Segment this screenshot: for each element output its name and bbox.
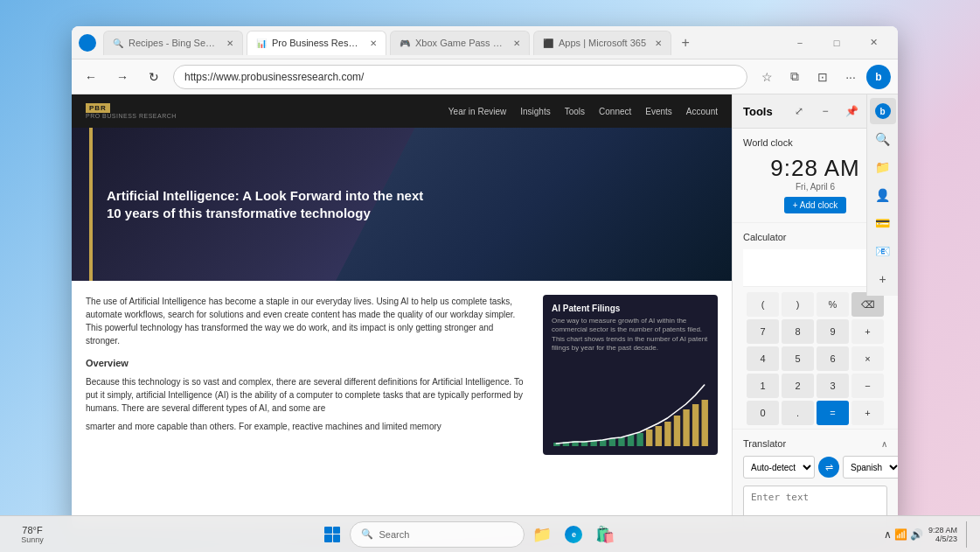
bing-chat-icon[interactable]: b <box>866 65 891 89</box>
title-bar: 🔍 Recipes - Bing Search ✕ 📊 Pro Business… <box>72 26 898 59</box>
taskbar: 78°F Sunny 🔍 Search 📁 e 🛍️ ∧ 📶 🔊 9: <box>0 515 980 552</box>
sidebar-icon-collections[interactable]: 📁 <box>870 154 896 180</box>
refresh-button[interactable]: ↻ <box>142 65 166 89</box>
volume-icon[interactable]: 🔊 <box>910 528 923 541</box>
split-screen-icon[interactable]: ⊡ <box>810 65 835 89</box>
calc-btn-plus2[interactable]: + <box>851 401 884 425</box>
tools-pin-icon[interactable]: 📌 <box>842 101 861 121</box>
calc-btn-equals[interactable]: = <box>817 401 849 425</box>
article-text: The use of Artificial Intelligence has b… <box>86 295 529 455</box>
world-clock-title: World clock <box>743 137 793 148</box>
forward-button[interactable]: → <box>110 65 135 89</box>
calc-btn-paren-open[interactable]: ( <box>747 292 779 317</box>
calc-btn-5[interactable]: 5 <box>782 346 814 371</box>
tab-m365[interactable]: ⬛ Apps | Microsoft 365 ✕ <box>533 31 671 55</box>
calc-btn-6[interactable]: 6 <box>817 346 849 371</box>
taskbar-search[interactable]: 🔍 Search <box>350 521 525 548</box>
chevron-up-icon[interactable]: ∧ <box>884 528 892 541</box>
sidebar-icon-outlook[interactable]: 📧 <box>870 238 896 264</box>
pbr-nav-insights[interactable]: Insights <box>520 107 550 116</box>
browser-app-icon <box>79 34 96 52</box>
taskbar-app-store[interactable]: 🛍️ <box>591 521 619 549</box>
target-language-select[interactable]: Spanish <box>843 456 898 479</box>
pbr-nav-connect[interactable]: Connect <box>599 107 631 116</box>
tab-favicon-m365: ⬛ <box>543 38 553 48</box>
url-input[interactable]: https://www.probusinessresearch.com/ <box>173 65 747 89</box>
tab-recipes[interactable]: 🔍 Recipes - Bing Search ✕ <box>103 31 243 55</box>
right-sidebar: b 🔍 📁 👤 💳 📧 + <box>866 94 898 296</box>
calc-btn-multiply[interactable]: × <box>851 346 884 371</box>
hero-section: Artificial Intelligence: A Look Forward … <box>72 128 732 281</box>
translator-title: Translator <box>743 438 786 449</box>
calc-btn-percent[interactable]: % <box>817 292 849 317</box>
tools-minimize-icon[interactable]: − <box>816 101 835 121</box>
pbr-nav-yearinreview[interactable]: Year in Review <box>448 107 506 116</box>
pbr-nav-tools[interactable]: Tools <box>565 107 585 116</box>
more-tools-icon[interactable]: ··· <box>838 65 863 89</box>
weather-desc: Sunny <box>10 535 54 544</box>
show-desktop-button[interactable] <box>966 521 970 548</box>
sidebar-icon-profile[interactable]: 👤 <box>870 182 896 208</box>
tab-close-pbr[interactable]: ✕ <box>370 38 377 48</box>
calc-btn-9[interactable]: 9 <box>817 319 849 344</box>
source-language-select[interactable]: Auto-detect <box>743 456 815 479</box>
network-icon[interactable]: 📶 <box>894 528 907 541</box>
sidebar-icon-bing[interactable]: b <box>870 98 896 124</box>
tab-label-pbr: Pro Business Research <box>272 38 361 48</box>
tab-actions-icon[interactable]: ⧉ <box>782 65 807 89</box>
translator-collapse[interactable]: ∧ <box>881 439 887 449</box>
maximize-button[interactable]: □ <box>819 30 854 56</box>
calc-btn-backspace[interactable]: ⌫ <box>851 292 884 317</box>
back-button[interactable]: ← <box>79 65 103 89</box>
browser-window: 🔍 Recipes - Bing Search ✕ 📊 Pro Business… <box>72 26 898 529</box>
pbr-nav-events[interactable]: Events <box>645 107 672 116</box>
calc-btn-1[interactable]: 1 <box>747 374 779 398</box>
start-button[interactable] <box>318 521 346 549</box>
tab-xbox[interactable]: 🎮 Xbox Game Pass Games Library ✕ <box>390 31 530 55</box>
calculator-grid: ( ) % ⌫ 7 8 9 + 4 5 6 × 1 2 3 − 0 <box>743 292 887 429</box>
tab-close-recipes[interactable]: ✕ <box>226 38 233 48</box>
new-tab-button[interactable]: + <box>675 32 696 53</box>
taskbar-weather: 78°F Sunny <box>10 525 54 544</box>
minimize-button[interactable]: − <box>782 30 817 56</box>
tools-popout-icon[interactable]: ⤢ <box>789 101 809 121</box>
website-content: PBR PRO BUSINESS RESEARCH Year in Review… <box>72 94 732 529</box>
chart-area <box>552 359 709 446</box>
sidebar-icon-wallet[interactable]: 💳 <box>870 210 896 236</box>
calc-btn-8[interactable]: 8 <box>782 319 814 344</box>
system-tray-icons: ∧ 📶 🔊 <box>884 528 923 541</box>
close-button[interactable]: ✕ <box>856 30 891 56</box>
calc-btn-0[interactable]: 0 <box>747 401 779 425</box>
add-clock-button[interactable]: + Add clock <box>784 197 846 213</box>
calc-btn-decimal[interactable]: . <box>782 401 814 425</box>
translator-lang-row: Auto-detect ⇌ Spanish <box>743 456 887 479</box>
sidebar-icon-add[interactable]: + <box>870 266 896 292</box>
tab-label-recipes: Recipes - Bing Search <box>129 38 218 48</box>
time-value: 9:28 AM <box>928 526 957 535</box>
calc-btn-3[interactable]: 3 <box>817 374 849 398</box>
taskbar-app-edge[interactable]: e <box>560 521 587 549</box>
translator-header: Translator ∧ <box>743 438 887 449</box>
svg-rect-13 <box>674 416 680 446</box>
system-clock[interactable]: 9:28 AM 4/5/23 <box>928 526 957 543</box>
calc-btn-2[interactable]: 2 <box>782 374 814 398</box>
chart-svg <box>552 359 709 446</box>
favorites-icon[interactable]: ☆ <box>754 65 779 89</box>
tab-close-m365[interactable]: ✕ <box>655 38 662 48</box>
taskbar-app-explorer[interactable]: 📁 <box>528 521 556 549</box>
calc-btn-7[interactable]: 7 <box>747 319 779 344</box>
pbr-header: PBR PRO BUSINESS RESEARCH Year in Review… <box>72 94 732 128</box>
chart-box: AI Patent Filings One way to measure gro… <box>543 295 718 455</box>
calc-btn-paren-close[interactable]: ) <box>782 292 814 317</box>
pbr-nav-account[interactable]: Account <box>686 107 718 116</box>
add-clock-label: + Add clock <box>793 200 838 210</box>
calc-btn-subtract[interactable]: − <box>851 374 884 398</box>
swap-languages-button[interactable]: ⇌ <box>818 457 839 478</box>
calculator-title: Calculator <box>743 232 787 242</box>
calc-btn-add[interactable]: + <box>851 319 884 344</box>
calc-btn-4[interactable]: 4 <box>747 346 779 371</box>
hero-title: Artificial Intelligence: A Look Forward … <box>107 187 439 221</box>
sidebar-icon-search[interactable]: 🔍 <box>870 126 896 152</box>
tab-close-xbox[interactable]: ✕ <box>513 38 520 48</box>
tab-pbr[interactable]: 📊 Pro Business Research ✕ <box>247 31 386 55</box>
